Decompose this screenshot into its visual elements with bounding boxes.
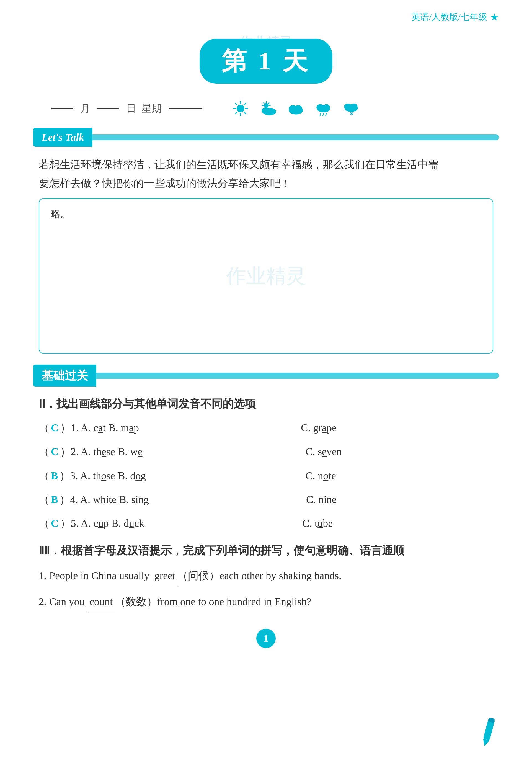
basics-header: 基础过关	[33, 365, 499, 387]
svg-point-19	[294, 105, 302, 111]
snow-icon: ❄	[341, 100, 361, 117]
exercise-2-title: ⅡⅡ．根据首字母及汉语提示，完成下列单词的拼写，使句意明确、语言通顺	[39, 541, 493, 560]
month-underline	[51, 108, 73, 109]
month-label: 月	[80, 102, 90, 116]
svg-point-21	[316, 105, 324, 111]
lets-talk-header: Let's Talk	[33, 128, 499, 147]
svg-rect-30	[483, 720, 494, 741]
svg-text:❄: ❄	[349, 111, 354, 117]
exercise-item-4: （ B ） 4. A. white B. sing C. nine	[39, 490, 493, 509]
svg-line-8	[235, 112, 237, 114]
svg-line-14	[268, 103, 269, 104]
svg-line-13	[264, 103, 264, 104]
exercise-item-1: （ C ） 1. A. cat B. map C. grape	[39, 418, 493, 437]
top-label: 英语/人教版/七年级 ★	[411, 11, 499, 23]
exercise-1-title: ⅠⅠ．找出画线部分与其他单词发音不同的选项	[39, 395, 493, 413]
title-area: 作业精灵 第 1 天	[33, 39, 499, 83]
sun-icon	[231, 100, 250, 117]
day-label: 日	[126, 102, 136, 116]
date-area: 月 日 星期	[50, 100, 482, 117]
page-number-area: 1	[33, 629, 499, 648]
exercise-2-title-text: Ⅱ．根据首字母及汉语提示，完成下列单词的拼写，使句意明确、语言通顺	[44, 544, 404, 557]
answer-1: C	[51, 418, 58, 437]
svg-point-28	[351, 104, 357, 109]
svg-line-5	[235, 103, 237, 105]
cloud-icon	[286, 100, 306, 117]
weekday-underline	[169, 108, 202, 109]
exercise-1-title-text: Ⅰ．找出画线部分与其他单词发音不同的选项	[42, 398, 256, 410]
svg-point-0	[237, 105, 244, 112]
svg-line-25	[326, 113, 327, 116]
day-underline	[97, 108, 119, 109]
subject-label: 英语/人教版/七年级	[411, 11, 487, 23]
lets-talk-content: 若想生活环境保持整洁，让我们的生活既环保又颇有幸福感，那么我们在日常生活中需 要…	[33, 155, 499, 193]
pen-icon	[472, 713, 504, 756]
lets-talk-tab: Let's Talk	[33, 128, 92, 147]
weekday-label: 星期	[142, 102, 162, 116]
rain-icon	[314, 100, 333, 117]
answer-box[interactable]: 略。 作业精灵	[39, 198, 493, 354]
exercise-1: ⅠⅠ．找出画线部分与其他单词发音不同的选项 （ C ） 1. A. cat B.…	[39, 395, 493, 533]
page: 英语/人教版/七年级 ★ 作业精灵 第 1 天 月 日 星期	[0, 0, 532, 776]
answer-4: B	[51, 490, 58, 509]
svg-line-23	[320, 113, 321, 116]
star-icon: ★	[490, 11, 499, 23]
svg-point-16	[262, 108, 270, 114]
fill-item-2: 2. Can you count（数数）from one to one hund…	[39, 592, 493, 612]
answer-5: C	[51, 514, 58, 533]
partly-cloudy-icon	[259, 100, 278, 117]
exercise-item-5: （ C ） 5. A. cup B. duck C. tube	[39, 514, 493, 533]
lets-talk-bar	[92, 134, 499, 140]
box-watermark: 作业精灵	[226, 263, 306, 289]
page-number: 1	[256, 629, 276, 648]
fill-item-1: 1. People in China usually greet（问候）each…	[39, 566, 493, 586]
weather-icons: ❄	[231, 100, 361, 117]
svg-point-22	[323, 105, 330, 110]
answer-3: B	[51, 466, 58, 485]
svg-point-27	[344, 104, 351, 110]
answer-2: C	[51, 442, 58, 461]
answer-text: 略。	[50, 207, 482, 221]
svg-line-24	[323, 113, 324, 116]
basics-bar	[96, 373, 499, 379]
date-fields: 月 日 星期	[50, 102, 203, 116]
main-title: 第 1 天	[200, 39, 332, 83]
content-line2: 要怎样去做？快把你的一些成功的做法分享给大家吧！	[39, 177, 291, 189]
fill-answer-1: greet	[152, 566, 178, 586]
svg-line-6	[244, 112, 246, 114]
svg-line-7	[244, 103, 246, 105]
exercise-item-2: （ C ） 2. A. these B. we C. seven	[39, 442, 493, 461]
exercise-item-3: （ B ） 3. A. those B. dog C. note	[39, 466, 493, 485]
fill-answer-2: count	[87, 592, 115, 612]
basics-tab: 基础过关	[33, 365, 96, 387]
content-line1: 若想生活环境保持整洁，让我们的生活既环保又颇有幸福感，那么我们在日常生活中需	[39, 159, 439, 170]
